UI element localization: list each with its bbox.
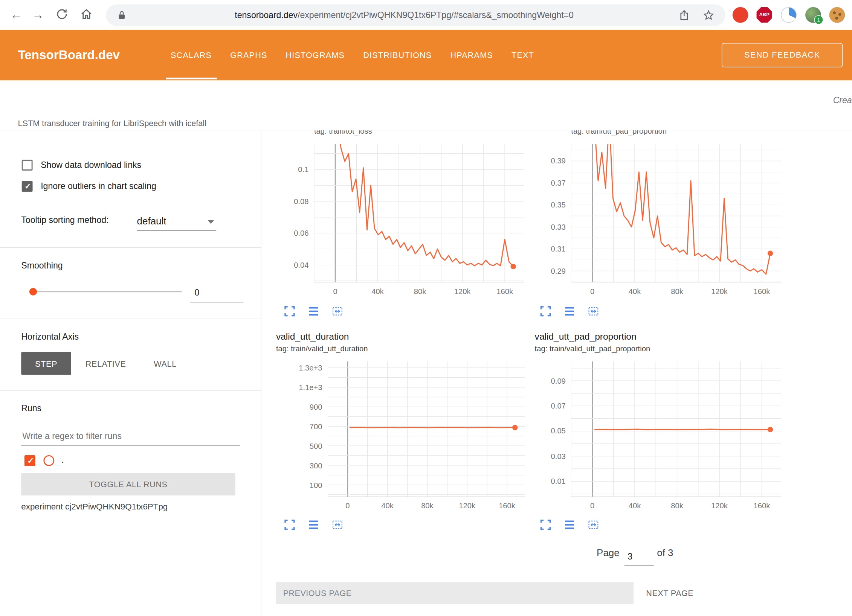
chevron-down-icon — [208, 220, 214, 224]
fit-domain-icon[interactable] — [588, 305, 600, 317]
page: ← → tensorboard.dev/experiment/cj2vtPiwQ… — [0, 0, 852, 616]
y-tick-label: 500 — [310, 441, 322, 451]
scalar-chart-tot-loss[interactable]: 0.040.060.080.1040k80k120k160k — [314, 144, 524, 282]
x-tick-label: 40k — [361, 287, 394, 296]
chart-toolbar — [540, 519, 600, 531]
show-download-links-label: Show data download links — [41, 160, 141, 170]
fit-domain-icon[interactable] — [331, 519, 344, 531]
tab-hparams[interactable]: HPARAMS — [441, 30, 502, 80]
horizontal-lines-icon[interactable] — [563, 519, 576, 531]
x-tick-label: 80k — [661, 502, 693, 510]
x-tick-label: 160k — [489, 287, 521, 296]
url-text: tensorboard.dev/experiment/cj2vtPiwQHKN9… — [235, 5, 574, 26]
horizontal-lines-icon[interactable] — [563, 305, 576, 317]
show-download-links-checkbox[interactable] — [22, 160, 33, 171]
y-tick-label: 0.33 — [551, 222, 566, 232]
reload-icon[interactable] — [54, 8, 69, 23]
fit-domain-icon[interactable] — [588, 519, 600, 531]
chart-tag-clipped: tag: train/tot_loss — [314, 130, 372, 135]
home-icon[interactable] — [79, 8, 94, 23]
y-tick-label: 0.06 — [294, 228, 308, 238]
back-icon[interactable]: ← — [9, 8, 24, 23]
adblock-plus-icon[interactable]: ABP — [756, 7, 772, 23]
previous-page-button[interactable]: PREVIOUS PAGE — [276, 582, 634, 604]
url-bar[interactable]: tensorboard.dev/experiment/cj2vtPiwQHKN9… — [106, 5, 725, 26]
run-checkbox[interactable] — [24, 455, 35, 466]
smoothing-label: Smoothing — [21, 261, 63, 270]
scalar-chart-valid-utt-pad-proportion[interactable]: 0.010.030.050.070.09040k80k120k160k — [571, 361, 781, 497]
page-label: Page — [597, 547, 620, 559]
extension-pie-icon[interactable] — [781, 7, 797, 23]
x-tick-label: 0 — [319, 287, 352, 296]
fullscreen-icon[interactable] — [540, 519, 552, 531]
ignore-outliers-checkbox[interactable] — [22, 181, 33, 192]
tooltip-sorting-dropdown[interactable]: default — [137, 213, 217, 231]
chart-title: valid_utt_pad_proportion — [535, 331, 637, 342]
axis-relative-button[interactable]: RELATIVE — [71, 352, 140, 375]
y-tick-label: 100 — [310, 480, 322, 490]
y-tick-label: 0.03 — [551, 451, 566, 461]
share-icon[interactable] — [678, 9, 690, 21]
horizontal-axis-label: Horizontal Axis — [21, 332, 79, 342]
fullscreen-icon[interactable] — [284, 519, 296, 531]
padlock-icon — [116, 10, 127, 21]
x-tick-label: 40k — [618, 502, 651, 510]
run-color-swatch[interactable] — [43, 455, 54, 466]
divider — [0, 390, 261, 390]
page-number-input[interactable] — [624, 549, 654, 566]
scalar-chart-valid-utt-duration[interactable]: 1003005007009001.1e+31.3e+3040k80k120k16… — [328, 361, 525, 497]
tab-scalars[interactable]: SCALARS — [161, 30, 221, 80]
y-tick-label: 0.05 — [551, 426, 566, 436]
horizontal-lines-icon[interactable] — [308, 519, 320, 531]
smoothing-value-input[interactable] — [190, 283, 243, 303]
y-tick-label: 0.01 — [551, 476, 566, 486]
runs-label: Runs — [21, 404, 41, 413]
x-tick-label: 120k — [446, 287, 479, 296]
tab-text[interactable]: TEXT — [502, 30, 543, 80]
y-tick-label: 0.37 — [551, 178, 566, 188]
y-tick-label: 0.04 — [294, 260, 308, 270]
send-feedback-button[interactable]: SEND FEEDBACK — [722, 43, 843, 67]
x-tick-label: 80k — [661, 287, 693, 296]
y-tick-label: 0.35 — [551, 200, 566, 210]
brand-title: TensorBoard.dev — [18, 30, 120, 80]
x-tick-label: 120k — [703, 287, 736, 296]
axis-step-button[interactable]: STEP — [21, 352, 71, 375]
bookmark-star-icon[interactable] — [702, 9, 715, 21]
extension-red-icon[interactable] — [733, 7, 748, 23]
smoothing-slider[interactable] — [30, 291, 182, 292]
truncated-right-text: Crea — [833, 96, 852, 105]
fullscreen-icon[interactable] — [540, 305, 552, 317]
fullscreen-icon[interactable] — [284, 305, 296, 317]
y-tick-label: 0.39 — [551, 156, 566, 166]
profile-avatar[interactable]: 1 — [805, 7, 821, 23]
runs-filter-input[interactable] — [21, 427, 240, 446]
axis-wall-button[interactable]: WALL — [140, 352, 190, 375]
x-tick-label: 40k — [371, 502, 404, 510]
tab-distributions[interactable]: DISTRIBUTIONS — [354, 30, 441, 80]
nav-tabs: SCALARS GRAPHS HISTOGRAMS DISTRIBUTIONS … — [161, 30, 543, 80]
y-tick-label: 0.31 — [551, 244, 566, 254]
y-tick-label: 300 — [310, 460, 322, 470]
x-tick-label: 120k — [703, 502, 736, 510]
cookie-icon[interactable] — [829, 7, 845, 23]
x-tick-label: 80k — [411, 502, 444, 510]
browser-toolbar: ← → tensorboard.dev/experiment/cj2vtPiwQ… — [0, 0, 852, 30]
y-tick-label: 0.1 — [298, 165, 308, 174]
notification-badge: 1 — [814, 15, 823, 24]
next-page-button[interactable]: NEXT PAGE — [643, 582, 697, 604]
tab-graphs[interactable]: GRAPHS — [221, 30, 276, 80]
x-tick-label: 0 — [576, 287, 609, 296]
tab-histograms[interactable]: HISTOGRAMS — [276, 30, 354, 80]
scalar-chart-utt-pad-proportion[interactable]: 0.290.310.330.350.370.39040k80k120k160k — [571, 144, 781, 282]
toggle-all-runs-button[interactable]: TOGGLE ALL RUNS — [21, 473, 235, 496]
x-tick-label: 160k — [491, 502, 524, 510]
y-tick-label: 700 — [310, 421, 322, 431]
horizontal-lines-icon[interactable] — [308, 305, 320, 317]
x-tick-label: 0 — [331, 502, 364, 510]
smoothing-slider-thumb[interactable] — [29, 288, 37, 296]
chart-toolbar — [540, 305, 600, 317]
y-tick-label: 1.1e+3 — [299, 383, 322, 392]
forward-icon[interactable]: → — [31, 8, 46, 23]
fit-domain-icon[interactable] — [331, 305, 344, 317]
